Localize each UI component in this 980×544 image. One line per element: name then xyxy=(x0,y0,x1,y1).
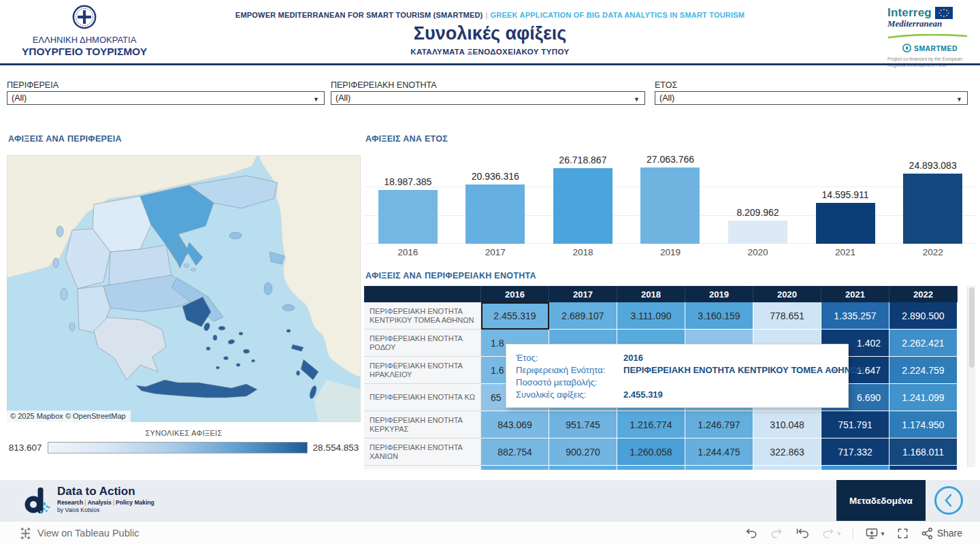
cell-2022-row6[interactable]: 1.168.011 xyxy=(889,438,958,466)
greece-choropleth-map[interactable]: © 2025 Mapbox © OpenStreetMap xyxy=(7,155,361,422)
cell-2017-row1[interactable]: 2.689.107 xyxy=(549,302,617,330)
cell-2016-row5[interactable]: 843.069 xyxy=(481,411,549,438)
cell-2021-row5[interactable]: 751.791 xyxy=(821,411,889,438)
bar-mark[interactable] xyxy=(728,221,787,244)
cell-2019-row1[interactable]: 3.160.159 xyxy=(685,302,753,330)
bar-mark[interactable] xyxy=(378,190,438,244)
bar-2016[interactable]: 18.987.385 xyxy=(364,135,452,244)
bar-value-label: 8.209.962 xyxy=(736,207,779,218)
bar-mark[interactable] xyxy=(903,174,962,244)
data-to-action-name: Data to Action xyxy=(57,485,154,498)
cell-2018-row1[interactable]: 3.111.090 xyxy=(617,302,685,330)
cell-2022-row5[interactable]: 1.174.950 xyxy=(889,411,958,438)
column-header-2021[interactable]: 2021 xyxy=(821,286,889,302)
view-on-tableau-public-label: View on Tableau Public xyxy=(37,528,139,539)
partial-cell[interactable] xyxy=(481,466,549,470)
collapse-panel-button[interactable] xyxy=(934,486,963,515)
column-header-2020[interactable]: 2020 xyxy=(753,286,821,302)
fullscreen-icon[interactable] xyxy=(896,527,909,540)
table-row: ΠΕΡΙΦΕΡΕΙΑΚΗ ΕΝΟΤΗΤΑ ΚΕΡΚΥΡΑΣ843.069951.… xyxy=(364,411,958,438)
bar-2022[interactable]: 24.893.083 xyxy=(889,135,977,244)
table-row: ΠΕΡΙΦΕΡΕΙΑΚΗ ΕΝΟΤΗΤΑ ΧΑΝΙΩΝ882.754900.27… xyxy=(364,438,958,466)
cell-2022-row3[interactable]: 2.224.759 xyxy=(889,357,958,384)
share-label: Share xyxy=(937,528,962,539)
view-on-tableau-public-link[interactable]: View on Tableau Public xyxy=(19,522,139,544)
filter-label-year: ΕΤΟΣ xyxy=(655,80,677,90)
bar-mark[interactable] xyxy=(816,203,875,244)
cell-2020-row6[interactable]: 322.863 xyxy=(753,438,821,466)
cell-2022-row4[interactable]: 1.241.099 xyxy=(889,384,958,411)
x-axis-label-2020: 2020 xyxy=(714,247,802,257)
arrivals-per-year-chart: 18.987.38520.936.31626.718.86727.063.766… xyxy=(364,153,977,244)
interreg-caption: Project co-financed by the European Regi… xyxy=(887,57,977,68)
cell-2017-row5[interactable]: 951.745 xyxy=(549,411,617,438)
legend-min-value: 813.607 xyxy=(9,443,42,453)
bar-mark[interactable] xyxy=(466,185,525,244)
chevron-down-icon: ▼ xyxy=(634,96,640,103)
column-header-2022[interactable]: 2022 xyxy=(889,286,958,302)
column-header-2016[interactable]: 2016 xyxy=(481,286,549,302)
tableau-logo-icon xyxy=(19,527,32,540)
cell-2016-row1[interactable]: 2.455.319 xyxy=(481,302,549,330)
cell-2021-row1[interactable]: 1.335.257 xyxy=(821,302,889,330)
share-button[interactable]: Share xyxy=(921,527,962,540)
bar-2020[interactable]: 8.209.962 xyxy=(714,135,802,244)
cell-2022-row1[interactable]: 2.890.500 xyxy=(889,302,958,330)
auto-update-icon[interactable]: ▾ xyxy=(821,527,841,539)
column-header-2017[interactable]: 2017 xyxy=(549,286,617,302)
tooltip-label: Συνολικές αφίξεις: xyxy=(516,389,623,401)
bar-2019[interactable]: 27.063.766 xyxy=(627,135,715,244)
cell-2021-row6[interactable]: 717.332 xyxy=(821,438,889,466)
partial-cell[interactable] xyxy=(753,466,821,470)
row-label[interactable]: ΠΕΡΙΦΕΡΕΙΑΚΗ ΕΝΟΤΗΤΑ ΧΑΝΙΩΝ xyxy=(364,438,481,466)
legend-title: ΣΥΝΟΛΙΚΕΣ ΑΦΙΞΕΙΣ xyxy=(7,429,361,437)
data-to-action-logo: Data to Action Research|Analysis|Policy … xyxy=(20,485,154,517)
bar-2018[interactable]: 26.718.867 xyxy=(539,135,627,244)
partial-cell[interactable] xyxy=(549,466,617,470)
tooltip-row: Ποσοστό μεταβολής: xyxy=(516,377,838,389)
region-filter-dropdown[interactable]: (All) ▼ xyxy=(7,91,325,105)
cell-2018-row5[interactable]: 1.216.774 xyxy=(617,411,685,438)
bar-mark[interactable] xyxy=(553,168,612,244)
partial-cell[interactable] xyxy=(685,466,753,470)
legend-gradient-bar[interactable] xyxy=(48,442,308,453)
cell-2016-row6[interactable]: 882.754 xyxy=(481,438,549,466)
revert-icon[interactable] xyxy=(795,527,810,539)
partial-cell[interactable] xyxy=(821,466,889,470)
row-label[interactable]: ΠΕΡΙΦΕΡΕΙΑΚΗ ΕΝΟΤΗΤΑ ΚΕΡΚΥΡΑΣ xyxy=(364,411,481,438)
bar-2017[interactable]: 20.936.316 xyxy=(452,135,540,244)
cell-2020-row5[interactable]: 310.048 xyxy=(753,411,821,438)
row-label[interactable]: ΠΕΡΙΦΕΡΕΙΑΚΗ ΕΝΟΤΗΤΑ ΚΕΝΤΡΙΚΟΥ ΤΟΜΕΑ ΑΘΗ… xyxy=(364,302,481,330)
table-scrollbar-thumb[interactable] xyxy=(969,287,975,368)
bar-value-label: 27.063.766 xyxy=(647,154,694,165)
column-header-2018[interactable]: 2018 xyxy=(617,286,685,302)
cell-2019-row6[interactable]: 1.244.475 xyxy=(685,438,753,466)
bar-mark[interactable] xyxy=(640,167,700,244)
table-scrollbar[interactable] xyxy=(967,286,975,467)
partial-cell[interactable] xyxy=(617,466,685,470)
row-label[interactable]: ΠΕΡΙΦΕΡΕΙΑΚΗ ΕΝΟΤΗΤΑ ΡΟΔΟΥ xyxy=(364,330,481,357)
partial-cell[interactable] xyxy=(889,466,958,470)
bar-value-label: 24.893.083 xyxy=(909,160,957,171)
row-label[interactable]: ΠΕΡΙΦΕΡΕΙΑΚΗ ΕΝΟΤΗΤΑ ΗΡΑΚΛΕΙΟΥ xyxy=(364,357,481,384)
bar-2021[interactable]: 14.595.911 xyxy=(802,135,889,244)
cell-2018-row6[interactable]: 1.260.058 xyxy=(617,438,685,466)
table-row-partial xyxy=(364,466,958,470)
regional-unit-filter-dropdown[interactable]: (All) ▼ xyxy=(331,91,645,105)
download-display-icon[interactable]: ▾ xyxy=(865,527,885,540)
cell-2022-row2[interactable]: 2.262.421 xyxy=(889,330,958,357)
undo-icon[interactable] xyxy=(745,527,758,539)
bar-value-label: 20.936.316 xyxy=(472,171,519,182)
cell-2017-row6[interactable]: 900.270 xyxy=(549,438,617,466)
cell-2020-row1[interactable]: 778.651 xyxy=(753,302,821,330)
column-header-2019[interactable]: 2019 xyxy=(685,286,753,302)
redo-icon[interactable] xyxy=(770,527,783,539)
x-axis-label-2016: 2016 xyxy=(364,247,452,257)
greek-republic-emblem-icon xyxy=(71,4,97,30)
cell-2019-row5[interactable]: 1.246.797 xyxy=(685,411,753,438)
table-header-row: 2016201720182019202020212022 xyxy=(364,286,958,302)
tooltip-value: ΠΕΡΙΦΕΡΕΙΑΚΗ ΕΝΟΤΗΤΑ ΚΕΝΤΡΙΚΟΥ ΤΟΜΕΑ ΑΘΗ… xyxy=(623,364,864,377)
metadata-button[interactable]: Μεταδεδομένα xyxy=(836,480,926,521)
row-label[interactable]: ΠΕΡΙΦΕΡΕΙΑΚΗ ΕΝΟΤΗΤΑ ΚΩ xyxy=(364,384,481,411)
year-filter-dropdown[interactable]: (All) ▼ xyxy=(655,91,968,105)
